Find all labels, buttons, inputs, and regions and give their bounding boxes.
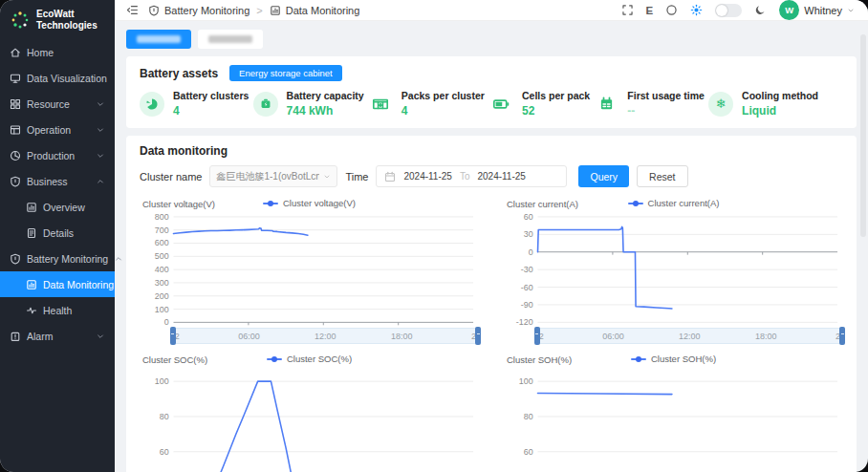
- chart-legend[interactable]: Cluster voltage(V): [140, 198, 479, 208]
- reset-button[interactable]: Reset: [637, 165, 687, 187]
- sidebar-item-label: Business: [27, 176, 68, 187]
- cluster-current-plot: -120-90-60-3003060: [504, 212, 843, 327]
- stat-packs-per-cluster: Packs per cluster 4: [368, 90, 485, 118]
- sidebar-item-label: Details: [43, 227, 74, 239]
- dark-mode-icon[interactable]: [754, 4, 767, 16]
- chart-legend[interactable]: Cluster SOH(%): [504, 354, 843, 364]
- main-area: Battery Monitoring > Data Monitoring E W…: [115, 0, 868, 472]
- calendar-icon: [384, 171, 396, 182]
- data-monitoring-title: Data monitoring: [140, 144, 843, 158]
- chevron-down-icon: [96, 125, 105, 135]
- sidebar-item-data-monitoring[interactable]: Data Monitoring: [0, 271, 115, 297]
- battery-icon: [488, 92, 513, 117]
- sidebar-item-label: Operation: [27, 124, 71, 136]
- scrollbar-thumb[interactable]: [860, 34, 866, 237]
- sidebar-item-overview[interactable]: Overview: [0, 194, 115, 220]
- stat-value: 52: [522, 104, 590, 118]
- sidebar-item-home[interactable]: Home: [0, 39, 115, 65]
- query-button[interactable]: Query: [578, 165, 629, 187]
- datazoom-tick-label: 06:00: [238, 332, 260, 341]
- sidebar-item-label: Health: [43, 305, 72, 316]
- chart-cluster-soh: Cluster SOH(%) Cluster SOH(%) 6080100: [504, 353, 843, 472]
- data-monitoring-card: Data monitoring Cluster name 鑫巨电池簇1-1(ov…: [126, 136, 857, 472]
- stat-label: Cooling method: [742, 90, 818, 101]
- energy-storage-cabinet-badge[interactable]: Energy storage cabinet: [229, 65, 342, 81]
- svg-text:300: 300: [155, 278, 169, 288]
- stat-label: Battery clusters: [173, 90, 249, 101]
- pie-chart-icon: [140, 92, 164, 117]
- tab-redacted[interactable]: [198, 30, 263, 49]
- legend-marker-icon: [263, 203, 278, 204]
- datazoom-tick-label: 18:00: [391, 332, 413, 341]
- user-menu[interactable]: W Whitney: [779, 0, 855, 20]
- stat-value: 4: [173, 104, 249, 118]
- chart-legend[interactable]: Cluster current(A): [504, 198, 843, 208]
- redacted-text: [208, 35, 252, 43]
- cluster-name-select[interactable]: 鑫巨电池簇1-1(ovBotLcnd: [209, 165, 337, 187]
- sidebar-item-operation[interactable]: Operation: [0, 117, 115, 142]
- sidebar-item-health[interactable]: Health: [0, 297, 115, 323]
- ecowatt-logo-icon: [10, 10, 31, 31]
- breadcrumb-battery-monitoring[interactable]: Battery Monitoring: [164, 5, 250, 16]
- legend-label: Cluster SOC(%): [287, 354, 352, 364]
- stat-label: Packs per cluster: [401, 90, 485, 101]
- svg-text:-60: -60: [521, 283, 533, 292]
- sidebar-item-business[interactable]: Business: [0, 168, 115, 194]
- svg-text:700: 700: [155, 225, 169, 235]
- svg-text:60: 60: [524, 212, 533, 222]
- sidebar-item-label: Resource: [27, 98, 70, 110]
- shield-icon: [10, 253, 21, 265]
- sidebar-item-alarm[interactable]: Alarm: [0, 323, 115, 349]
- datazoom-left-handle[interactable]: [170, 327, 176, 345]
- chevron-up-icon: [96, 177, 105, 186]
- chart-cluster-soc: Cluster SOC(%) Cluster SOC(%) 6080100: [140, 353, 479, 472]
- cluster-soc-plot: 6080100: [140, 368, 479, 472]
- pie-icon: [10, 150, 21, 161]
- svg-text:500: 500: [155, 251, 169, 261]
- datazoom-slider[interactable]: 06:0012:0018:0022: [172, 328, 479, 344]
- sidebar-item-resource[interactable]: Resource: [0, 91, 115, 117]
- tab-redacted-active[interactable]: [126, 30, 191, 49]
- sidebar-collapse-icon[interactable]: [126, 4, 139, 16]
- svg-text:30: 30: [524, 229, 533, 239]
- stat-first-usage-time: First usage time --: [594, 90, 705, 118]
- sidebar: EcoWatt Technologies Home Data Visualiza…: [0, 0, 115, 472]
- legend-marker-icon: [631, 358, 646, 360]
- stats-row: Battery clusters 4 Battery capacity 744 …: [140, 90, 843, 118]
- language-toggle[interactable]: E: [646, 5, 654, 16]
- sidebar-item-battery-monitoring[interactable]: Battery Monitoring: [0, 246, 115, 271]
- grid-icon: [10, 98, 21, 110]
- legend-label: Cluster SOH(%): [651, 354, 716, 364]
- redacted-text: [137, 35, 181, 43]
- stat-battery-clusters: Battery clusters 4: [140, 90, 249, 118]
- theme-toggle[interactable]: [715, 4, 742, 17]
- brand-name: EcoWatt Technologies: [36, 9, 98, 32]
- svg-text:0: 0: [529, 247, 533, 257]
- sidebar-item-data-visualization[interactable]: Data Visualization: [0, 65, 115, 91]
- topbar-actions: E W Whitney: [621, 0, 855, 20]
- datazoom-slider[interactable]: 06:0012:0018:0022: [536, 328, 843, 344]
- datazoom-left-handle[interactable]: [534, 327, 540, 345]
- svg-text:100: 100: [155, 376, 169, 386]
- chart-legend[interactable]: Cluster SOC(%): [140, 354, 479, 364]
- stat-value: 744 kWh: [287, 104, 364, 118]
- breadcrumb-data-monitoring[interactable]: Data Monitoring: [286, 5, 360, 16]
- sidebar-item-label: Alarm: [27, 331, 53, 342]
- document-icon: [26, 227, 37, 239]
- battery-assets-title: Battery assets: [140, 67, 218, 80]
- fullscreen-icon[interactable]: [621, 4, 634, 16]
- sidebar-item-production[interactable]: Production: [0, 142, 115, 168]
- cluster-voltage-plot: 0100200300400500600700800: [140, 212, 479, 327]
- datazoom-right-handle[interactable]: [839, 327, 845, 345]
- datazoom-right-handle[interactable]: [475, 327, 481, 345]
- legend-label: Cluster current(A): [648, 198, 720, 208]
- light-mode-icon[interactable]: [690, 4, 703, 16]
- date-from-value[interactable]: 2024-11-25: [403, 171, 451, 182]
- refresh-icon[interactable]: [665, 4, 678, 16]
- svg-text:60: 60: [160, 447, 169, 457]
- svg-text:60: 60: [524, 447, 533, 457]
- date-to-value[interactable]: 2024-11-25: [477, 171, 525, 182]
- shield-icon: [10, 176, 21, 187]
- date-range-picker[interactable]: 2024-11-25 To 2024-11-25: [376, 165, 567, 187]
- sidebar-item-details[interactable]: Details: [0, 220, 115, 246]
